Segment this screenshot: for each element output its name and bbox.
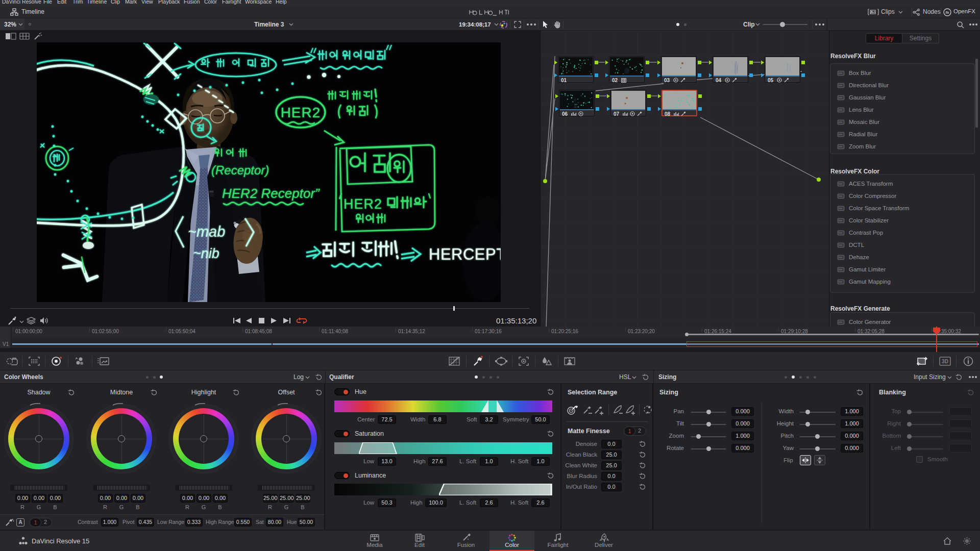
- svg-text:HERCEPTI: HERCEPTI: [429, 245, 501, 263]
- svg-text:~nib: ~nib: [193, 246, 219, 261]
- svg-text:HER2: HER2: [344, 196, 382, 212]
- svg-text:fx: fx: [945, 10, 949, 15]
- svg-text:HER2: HER2: [281, 105, 321, 120]
- svg-text:3D: 3D: [942, 359, 948, 364]
- svg-text:(Receptor): (Receptor): [211, 163, 269, 177]
- svg-text:~mab: ~mab: [188, 223, 225, 240]
- svg-text:HER2 Receptor”: HER2 Receptor”: [222, 186, 320, 201]
